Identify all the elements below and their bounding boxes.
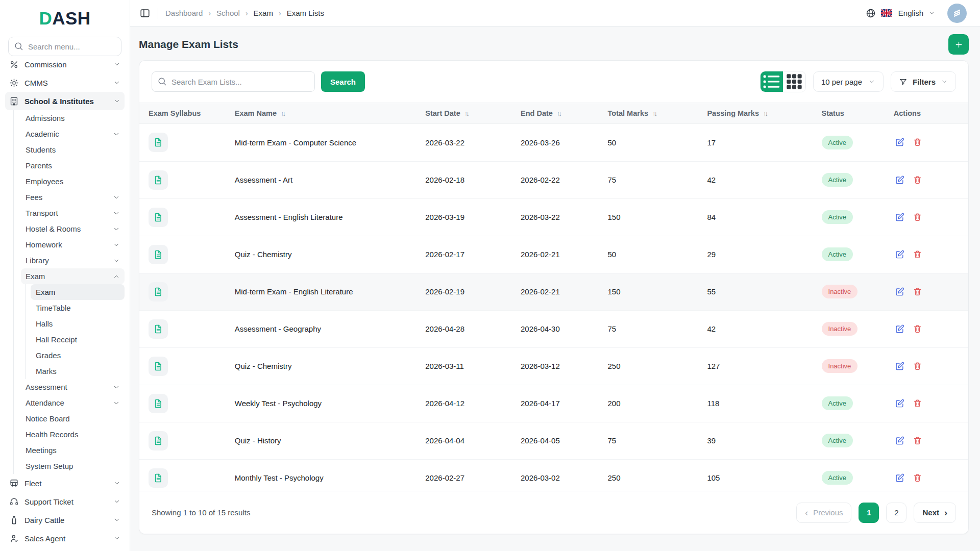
search-button[interactable]: Search bbox=[321, 71, 365, 92]
delete-button[interactable] bbox=[912, 248, 923, 260]
list-view-button[interactable] bbox=[761, 71, 783, 92]
sidebar-item-system-setup[interactable]: System Setup bbox=[13, 458, 125, 474]
sidebar-item-school-institutes[interactable]: School & Institutes bbox=[5, 92, 125, 110]
edit-icon bbox=[895, 137, 904, 147]
sidebar-item-attendance[interactable]: Attendance bbox=[13, 395, 125, 411]
sidebar-item-grades[interactable]: Grades bbox=[13, 347, 125, 363]
sidebar-item-transport[interactable]: Transport bbox=[13, 205, 125, 221]
sidebar-item-homework[interactable]: Homework bbox=[13, 237, 125, 253]
delete-button[interactable] bbox=[912, 435, 923, 446]
sidebar-item-commission[interactable]: Commission bbox=[5, 61, 125, 73]
syllabus-file-button[interactable] bbox=[149, 170, 168, 190]
cell-actions bbox=[894, 198, 968, 236]
per-page-select[interactable]: 10 per page bbox=[813, 71, 884, 92]
syllabus-file-button[interactable] bbox=[149, 245, 168, 264]
delete-button[interactable] bbox=[912, 360, 923, 372]
previous-page-button[interactable]: ‹Previous bbox=[796, 503, 851, 523]
grid-view-button[interactable] bbox=[783, 71, 805, 92]
sidebar-item-employees[interactable]: Employees bbox=[13, 173, 125, 189]
sidebar-item-row: Admissions bbox=[21, 110, 125, 126]
page-button-1[interactable]: 1 bbox=[859, 503, 879, 523]
syllabus-file-button[interactable] bbox=[149, 394, 168, 413]
column-header-exam-name[interactable]: Exam Name↑↓ bbox=[235, 103, 426, 124]
sidebar-item-academic[interactable]: Academic bbox=[13, 126, 125, 142]
sidebar-item-exam[interactable]: Exam bbox=[13, 268, 125, 284]
breadcrumb-item-school[interactable]: School bbox=[216, 9, 240, 17]
delete-button[interactable] bbox=[912, 397, 923, 409]
edit-button[interactable] bbox=[894, 248, 905, 260]
sidebar-subitem-wrap: Hall Receipt bbox=[25, 332, 125, 347]
sidebar-item-label: System Setup bbox=[26, 462, 73, 470]
globe-icon[interactable] bbox=[866, 8, 876, 18]
exam-search-input[interactable] bbox=[152, 71, 315, 92]
language-selector[interactable]: English bbox=[898, 9, 923, 17]
sidebar-item-hall-receipt[interactable]: Hall Receipt bbox=[13, 332, 125, 347]
edit-button[interactable] bbox=[894, 174, 905, 186]
uk-flag-icon[interactable] bbox=[881, 9, 892, 17]
delete-button[interactable] bbox=[912, 323, 923, 335]
cell-status: Inactive bbox=[822, 347, 894, 385]
edit-icon bbox=[895, 212, 904, 222]
delete-button[interactable] bbox=[912, 174, 923, 186]
sidebar-item-parents[interactable]: Parents bbox=[13, 158, 125, 173]
sidebar-item-meetings[interactable]: Meetings bbox=[13, 442, 125, 458]
column-header-start-date[interactable]: Start Date↑↓ bbox=[425, 103, 521, 124]
sidebar-item-dairy-cattle[interactable]: Dairy Cattle bbox=[5, 511, 125, 529]
delete-button[interactable] bbox=[912, 136, 923, 148]
add-exam-button[interactable] bbox=[948, 34, 969, 55]
delete-button[interactable] bbox=[912, 472, 923, 484]
syllabus-file-button[interactable] bbox=[149, 468, 168, 488]
sidebar-item-halls[interactable]: Halls bbox=[13, 316, 125, 332]
syllabus-file-button[interactable] bbox=[149, 319, 168, 339]
sidebar-item-cmms[interactable]: CMMS bbox=[5, 73, 125, 92]
delete-button[interactable] bbox=[912, 286, 923, 297]
edit-button[interactable] bbox=[894, 397, 905, 409]
breadcrumb-item-exam-lists[interactable]: Exam Lists bbox=[287, 9, 324, 17]
sidebar-item-hostel-rooms[interactable]: Hostel & Rooms bbox=[13, 221, 125, 237]
sidebar-item-fees[interactable]: Fees bbox=[13, 189, 125, 205]
chevron-down-icon bbox=[868, 78, 875, 85]
sidebar-item-students[interactable]: Students bbox=[13, 142, 125, 158]
sidebar-item-exam[interactable]: Exam bbox=[13, 284, 125, 300]
edit-button[interactable] bbox=[894, 360, 905, 372]
breadcrumb-item-dashboard[interactable]: Dashboard bbox=[165, 9, 203, 17]
sidebar-nav-scroll[interactable]: CommissionCMMSSchool & InstitutesAdmissi… bbox=[0, 61, 130, 551]
syllabus-file-button[interactable] bbox=[149, 357, 168, 376]
menu-search-input[interactable] bbox=[8, 37, 121, 56]
sidebar-item-marks[interactable]: Marks bbox=[13, 363, 125, 379]
next-page-button[interactable]: Next› bbox=[914, 503, 956, 523]
syllabus-file-button[interactable] bbox=[149, 208, 168, 227]
sidebar-toggle-icon[interactable] bbox=[139, 8, 151, 19]
edit-button[interactable] bbox=[894, 472, 905, 484]
sidebar-item-admissions[interactable]: Admissions bbox=[13, 110, 125, 126]
sidebar-item-notice-board[interactable]: Notice Board bbox=[13, 411, 125, 427]
trash-icon bbox=[913, 324, 922, 334]
sidebar-item-sales-agent[interactable]: Sales Agent bbox=[5, 529, 125, 547]
sidebar-item-health-records[interactable]: Health Records bbox=[13, 427, 125, 442]
syllabus-file-button[interactable] bbox=[149, 133, 168, 152]
cell-passing-marks: 42 bbox=[707, 161, 821, 198]
edit-button[interactable] bbox=[894, 323, 905, 335]
sidebar-item-fleet[interactable]: Fleet bbox=[5, 474, 125, 492]
filters-button[interactable]: Filters bbox=[891, 71, 956, 92]
breadcrumb-item-exam[interactable]: Exam bbox=[254, 9, 273, 17]
syllabus-file-button[interactable] bbox=[149, 431, 168, 450]
column-header-end-date[interactable]: End Date↑↓ bbox=[521, 103, 608, 124]
avatar[interactable] bbox=[947, 4, 967, 23]
page-button-2[interactable]: 2 bbox=[886, 503, 906, 523]
table-row: Quiz - History2026-04-042026-04-057539Ac… bbox=[139, 422, 968, 459]
sidebar-item-row: Exam bbox=[31, 284, 125, 300]
sidebar-item-library[interactable]: Library bbox=[13, 253, 125, 268]
column-header-total-marks[interactable]: Total Marks↑↓ bbox=[608, 103, 707, 124]
column-header-passing-marks[interactable]: Passing Marks↑↓ bbox=[707, 103, 821, 124]
edit-button[interactable] bbox=[894, 211, 905, 223]
title-row: Manage Exam Lists bbox=[139, 33, 969, 56]
sidebar-item-assessment[interactable]: Assessment bbox=[13, 379, 125, 395]
delete-button[interactable] bbox=[912, 211, 923, 223]
edit-button[interactable] bbox=[894, 435, 905, 446]
sidebar-item-support-ticket[interactable]: Support Ticket bbox=[5, 492, 125, 511]
edit-button[interactable] bbox=[894, 136, 905, 148]
syllabus-file-button[interactable] bbox=[149, 282, 168, 302]
sidebar-item-timetable[interactable]: TimeTable bbox=[13, 300, 125, 316]
edit-button[interactable] bbox=[894, 286, 905, 297]
